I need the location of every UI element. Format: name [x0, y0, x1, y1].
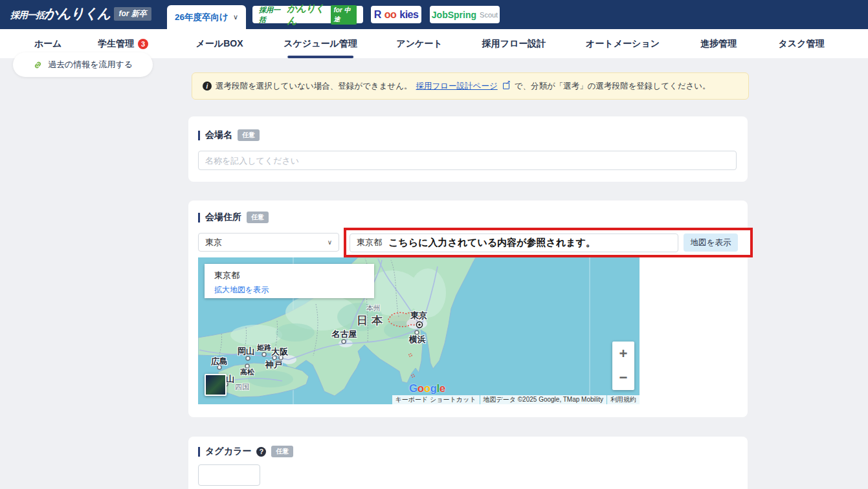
nav-item-label: ホーム [34, 38, 62, 50]
map-zoom-control: + − [612, 342, 634, 390]
notice-text-before: 選考段階を選択していない場合、登録ができません。 [216, 81, 412, 92]
map-data-attribution: 地図データ ©2025 Google, TMap Mobility [480, 395, 607, 404]
tag-color-card: タグカラー ? 任意 [188, 437, 748, 489]
tag-color-title: タグカラー [205, 446, 251, 457]
selection-stage-notice: i 選考段階を選択していない場合、登録ができません。 採用フロー設計ページ で、… [192, 72, 749, 100]
map-label-nagoya: 名古屋 [332, 329, 357, 340]
show-map-button[interactable]: 地図を表示 [684, 234, 738, 252]
prefecture-select-value: 東京 [205, 237, 222, 248]
venue-name-card: 会場名 任意 [188, 116, 748, 182]
venue-name-input[interactable] [198, 151, 737, 170]
flow-design-page-link[interactable]: 採用フロー設計ページ [416, 81, 498, 92]
prefecture-select[interactable]: 東京 ∨ [198, 233, 339, 252]
nav-item-survey[interactable]: アンケート [396, 29, 442, 58]
nav-item-label: 進捗管理 [700, 38, 737, 50]
map-attribution: キーボード ショートカット 地図データ ©2025 Google, TMap M… [392, 395, 640, 404]
address-annotation-highlight: こちらに入力されている内容が参照されます。 地図を表示 [344, 228, 753, 257]
app-logo: 採用一括かんりくん for 新卒 [10, 5, 151, 23]
app-switch-rookies[interactable]: Rookies [371, 6, 421, 23]
app-switch-chuto-name: かんりくん [287, 3, 328, 27]
nav-item-schedule[interactable]: スケジュール管理 [284, 29, 357, 58]
app-logo-text: 採用一括かんりくん [10, 5, 110, 23]
optional-badge: 任意 [238, 129, 260, 141]
section-accent-bar [198, 131, 200, 140]
app-switch-chuto-prefix: 採用一括 [259, 5, 284, 25]
help-icon[interactable]: ? [256, 447, 266, 457]
chevron-down-icon: ∨ [328, 239, 332, 246]
rookies-logo-part: kies [399, 9, 418, 21]
nav-item-progress[interactable]: 進捗管理 [700, 29, 737, 58]
map-info-title: 東京都 [214, 270, 364, 281]
google-map[interactable]: 本州 日本 東京 横浜 名古屋 大阪 神戸 姫路 岡山 広島 高松 松山 四国 … [198, 257, 640, 404]
info-icon: i [203, 82, 212, 91]
nav-item-mailbox[interactable]: メールBOX [196, 29, 243, 58]
app-header: 採用一括かんりくん for 新卒 26年度卒向け ∨ 採用一括かんりくん for… [0, 0, 868, 29]
map-label-shikoku: 四国 [235, 382, 249, 392]
jobspring-logo-suffix: Scout [480, 11, 498, 19]
map-label-okayama: 岡山 [238, 345, 254, 357]
keyboard-shortcuts-link[interactable]: キーボード ショートカット [392, 395, 480, 404]
active-tab-underline [287, 56, 353, 58]
map-label-himeji: 姫路 [257, 343, 271, 353]
map-label-yokohama: 横浜 [409, 334, 426, 345]
zoom-out-button[interactable]: − [612, 366, 634, 391]
nav-item-label: アンケート [396, 38, 442, 50]
map-label-kobe: 神戸 [265, 359, 282, 371]
venue-name-title: 会場名 [205, 129, 232, 141]
link-icon [33, 60, 43, 70]
map-label-japan: 日本 [357, 313, 386, 328]
venue-name-header: 会場名 任意 [198, 129, 260, 141]
reuse-past-info-button[interactable]: 過去の情報を流用する [13, 52, 153, 77]
venue-address-input[interactable] [350, 234, 678, 252]
graduation-year-selector[interactable]: 26年度卒向け ∨ [167, 5, 246, 29]
app-switch-chuto[interactable]: 採用一括かんりくん for 中途 [252, 6, 363, 23]
nav-item-label: 採用フロー設計 [482, 38, 546, 50]
app-switch-chuto-badge: for 中途 [331, 5, 357, 25]
rookies-logo-part: oo [384, 9, 397, 21]
section-accent-bar [198, 213, 200, 223]
nav-item-label: メールBOX [196, 38, 243, 50]
satellite-view-toggle[interactable] [205, 374, 227, 396]
venue-address-title: 会場住所 [205, 212, 241, 223]
map-label-takamatsu: 高松 [240, 367, 254, 377]
map-info-window: 東京都 拡大地図を表示 [205, 264, 374, 298]
app-logo-badge: for 新卒 [114, 7, 151, 21]
map-label-osaka: 大阪 [271, 346, 288, 358]
nav-item-label: 学生管理 [98, 38, 134, 50]
jobspring-logo: JobSpring [432, 10, 476, 20]
tag-color-input[interactable] [198, 464, 260, 486]
view-larger-map-link[interactable]: 拡大地図を表示 [214, 285, 364, 296]
nav-item-label: オートメーション [586, 38, 660, 50]
chevron-down-icon: ∨ [233, 13, 238, 21]
nav-item-automation[interactable]: オートメーション [586, 29, 660, 58]
graduation-year-label: 26年度卒向け [175, 12, 228, 23]
section-accent-bar [198, 447, 200, 457]
optional-badge: 任意 [271, 446, 293, 457]
venue-address-header: 会場住所 任意 [198, 212, 269, 223]
map-label-hiroshima: 広島 [211, 356, 228, 367]
map-label-tokyo: 東京 [410, 310, 427, 321]
tag-color-header: タグカラー ? 任意 [198, 446, 293, 457]
terms-of-use-link[interactable]: 利用規約 [607, 395, 640, 404]
external-link-icon [503, 83, 509, 89]
app-switch-jobspring[interactable]: JobSpring Scout [430, 6, 500, 23]
reuse-past-info-label: 過去の情報を流用する [48, 59, 133, 71]
rookies-logo-part: R [374, 9, 381, 21]
google-logo[interactable]: Google [409, 382, 445, 395]
nav-item-label: スケジュール管理 [284, 38, 357, 50]
nav-item-flow-design[interactable]: 採用フロー設計 [482, 29, 546, 58]
nav-item-tasks[interactable]: タスク管理 [779, 29, 825, 58]
notification-count-badge: 3 [138, 39, 148, 49]
map-label-honshu: 本州 [366, 303, 381, 313]
zoom-in-button[interactable]: + [612, 342, 634, 366]
optional-badge: 任意 [247, 212, 269, 223]
address-input-wrap: こちらに入力されている内容が参照されます。 [350, 234, 678, 252]
notice-text-after: で、分類が「選考」の選考段階を登録してください。 [515, 81, 711, 92]
nav-item-label: タスク管理 [779, 38, 825, 50]
